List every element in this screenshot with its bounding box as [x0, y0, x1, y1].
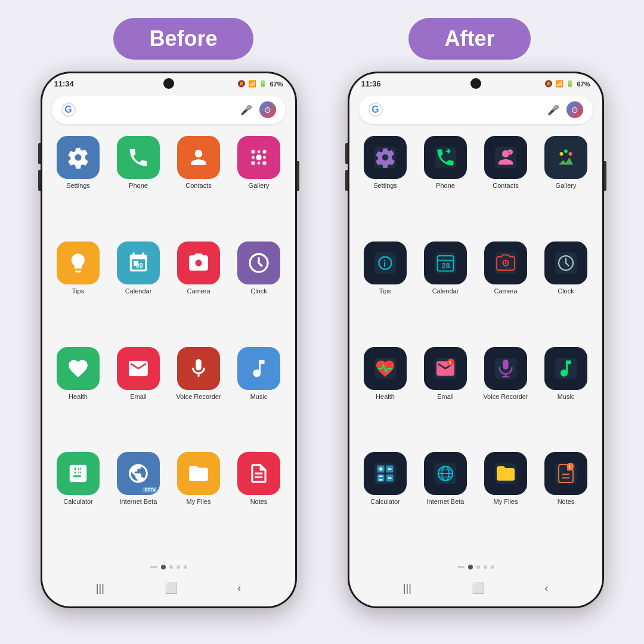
gallery-icon-after — [544, 136, 587, 179]
time-after: 11:36 — [361, 79, 381, 88]
settings-label-after: Settings — [373, 182, 397, 190]
app-contacts-before[interactable]: Contacts — [171, 136, 227, 237]
status-icons-before: 🔕 📶 🔋 67% — [237, 80, 283, 88]
app-music-after[interactable]: Music — [538, 347, 594, 448]
app-settings-after[interactable]: Settings — [358, 136, 413, 237]
notes-icon-before — [237, 452, 280, 495]
calendar-icon-after: 28 — [424, 242, 467, 284]
myfiles-icon-after — [484, 452, 527, 495]
svg-text:i: i — [383, 258, 386, 268]
app-myfiles-after[interactable]: My Files — [478, 452, 534, 553]
status-icons-after: 🔕 📶 🔋 67% — [544, 80, 590, 88]
app-myfiles-before[interactable]: My Files — [171, 452, 227, 553]
back-btn-before[interactable]: ||| — [96, 582, 104, 595]
app-internet-before[interactable]: BETA Internet Beta — [111, 452, 166, 553]
gallery-label-after: Gallery — [556, 182, 577, 190]
svg-point-2 — [262, 150, 266, 153]
voicerec-label-before: Voice Recorder — [176, 393, 221, 401]
svg-point-3 — [251, 161, 255, 165]
internet-label-after: Internet Beta — [427, 498, 465, 506]
calendar-icon-before: 30 — [117, 242, 160, 284]
svg-text:1: 1 — [448, 360, 451, 366]
app-internet-after[interactable]: Internet Beta — [418, 452, 473, 553]
time-before: 11:34 — [54, 79, 74, 88]
home-btn-before[interactable]: ⬜ — [165, 581, 178, 595]
svg-point-1 — [251, 150, 255, 153]
music-label-before: Music — [250, 393, 268, 401]
app-notes-before[interactable]: Notes — [231, 452, 287, 553]
recents-btn-after[interactable]: ‹ — [544, 582, 548, 595]
search-bar-before[interactable]: G 🎤 ⊙ — [52, 95, 286, 124]
app-tips-after[interactable]: i Tips — [358, 242, 413, 342]
app-gallery-before[interactable]: Gallery — [231, 136, 287, 237]
svg-point-0 — [256, 154, 262, 160]
clock-label-after: Clock — [558, 287, 574, 295]
tips-icon-before — [57, 242, 100, 284]
tips-icon-after: i — [364, 242, 407, 284]
app-settings-before[interactable]: Settings — [51, 136, 106, 237]
settings-icon-after — [364, 136, 407, 179]
app-calendar-before[interactable]: 30 Calendar — [111, 242, 166, 342]
app-contacts-after[interactable]: + Contacts — [478, 136, 534, 237]
email-label-before: Email — [130, 393, 147, 401]
notes-label-after: Notes — [558, 498, 575, 506]
recents-btn-before[interactable]: ‹ — [237, 582, 241, 595]
svg-text:30: 30 — [135, 262, 143, 269]
camera-icon-after — [484, 242, 527, 284]
app-voicerec-after[interactable]: Voice Recorder — [478, 347, 534, 448]
svg-point-17 — [560, 152, 564, 156]
app-clock-after[interactable]: Clock — [538, 242, 594, 342]
pagination-before — [42, 559, 295, 575]
camera-label-after: Camera — [494, 287, 517, 295]
app-calculator-before[interactable]: Calculator — [51, 452, 106, 553]
after-phone: 11:36 🔕 📶 🔋 67% G 🎤 ⊙ — [348, 72, 604, 608]
svg-rect-42 — [377, 475, 385, 482]
health-icon-before — [57, 347, 100, 390]
notes-label-before: Notes — [250, 498, 268, 506]
google-logo-before: G — [61, 103, 76, 117]
mic-icon-after: 🎤 — [546, 103, 561, 117]
home-btn-after[interactable]: ⬜ — [472, 581, 485, 595]
app-calendar-after[interactable]: 28 Calendar — [418, 242, 473, 342]
lens-icon-after: ⊙ — [566, 101, 583, 118]
app-music-before[interactable]: Music — [231, 347, 287, 448]
phone-label-before: Phone — [129, 182, 148, 190]
app-gallery-after[interactable]: Gallery — [538, 136, 594, 237]
app-camera-before[interactable]: Camera — [171, 242, 227, 342]
voicerec-label-after: Voice Recorder — [483, 393, 528, 401]
battery-before: 67% — [270, 80, 283, 88]
app-email-before[interactable]: Email — [111, 347, 166, 448]
app-health-after[interactable]: Health — [358, 347, 413, 448]
status-bar-before: 11:34 🔕 📶 🔋 67% — [42, 73, 295, 91]
back-btn-after[interactable]: ||| — [403, 582, 411, 595]
clock-label-before: Clock — [250, 287, 267, 295]
tips-label-after: Tips — [379, 287, 391, 295]
app-notes-after[interactable]: ! Notes — [538, 452, 594, 553]
health-icon-after — [364, 347, 407, 390]
app-health-before[interactable]: Health — [51, 347, 106, 448]
calendar-label-before: Calendar — [125, 287, 152, 295]
phone-icon-after — [424, 136, 467, 179]
internet-icon-before: BETA — [117, 452, 160, 495]
app-tips-before[interactable]: Tips — [51, 242, 106, 342]
app-camera-after[interactable]: Camera — [478, 242, 534, 342]
svg-point-8 — [263, 156, 266, 159]
settings-label-before: Settings — [66, 182, 90, 190]
camera-label-before: Camera — [187, 287, 210, 295]
app-clock-before[interactable]: Clock — [231, 242, 287, 342]
app-phone-after[interactable]: Phone — [418, 136, 473, 237]
myfiles-label-before: My Files — [187, 498, 211, 506]
svg-point-5 — [258, 150, 261, 153]
myfiles-icon-before — [177, 452, 220, 495]
app-email-after[interactable]: 1 Email — [418, 347, 473, 448]
app-phone-before[interactable]: Phone — [111, 136, 166, 237]
app-voicerec-before[interactable]: Voice Recorder — [171, 347, 227, 448]
search-bar-after[interactable]: G 🎤 ⊙ — [359, 95, 593, 124]
clock-icon-before — [237, 242, 280, 284]
gallery-icon-before — [237, 136, 280, 179]
calculator-label-after: Calculator — [370, 498, 400, 506]
voicerec-icon-after — [484, 347, 527, 390]
app-calculator-after[interactable]: Calculator — [358, 452, 413, 553]
notes-icon-after: ! — [544, 452, 587, 495]
svg-point-7 — [252, 156, 255, 159]
